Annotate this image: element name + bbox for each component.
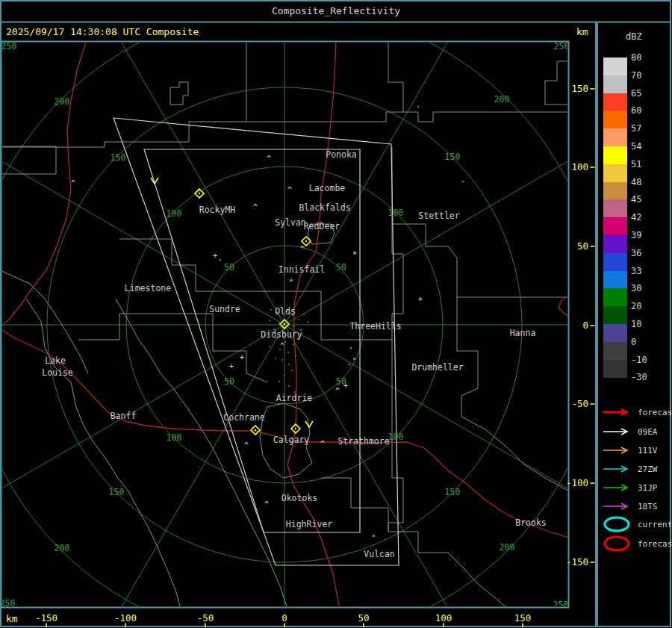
- scale-value-label: 70: [631, 70, 641, 81]
- city-label: Cochrane: [223, 412, 264, 423]
- county-boundary: [116, 299, 287, 609]
- ring-distance-label: 150: [109, 487, 125, 497]
- scale-title: dBZ: [626, 31, 642, 42]
- echo-dot: [373, 535, 375, 537]
- town-marker: +: [343, 382, 348, 390]
- legend-item-label: forecast: [638, 408, 672, 417]
- legend-arrow-icon: [602, 479, 632, 497]
- city-label: Stettler: [418, 211, 459, 221]
- scale-swatch: [603, 146, 627, 164]
- radar-site-dot: [305, 240, 307, 242]
- scale-swatch: [603, 306, 627, 324]
- ring-distance-label: 250: [553, 600, 569, 610]
- clutter-speckle: [308, 321, 309, 323]
- scale-swatch: [603, 271, 627, 289]
- city-label: RockyMH: [199, 205, 236, 215]
- scale-value-label: 0: [631, 337, 636, 347]
- radar-map-canvas[interactable]: 5050505010010010010015015015015020020020…: [0, 0, 672, 628]
- town-marker: ^: [253, 203, 258, 211]
- legend-arrow-icon: [602, 403, 632, 421]
- scale-swatch: [603, 217, 627, 235]
- right-axis-tick-label: -150: [566, 556, 588, 568]
- city-label: Hanna: [510, 328, 536, 338]
- city-label: Blackfalds: [299, 202, 350, 213]
- scale-swatch: [603, 360, 627, 378]
- county-boundary: [0, 146, 56, 174]
- clutter-speckle: [291, 370, 293, 371]
- scale-value-label: 10: [631, 319, 641, 329]
- range-ring: [0, 7, 602, 628]
- city-label: Lake: [45, 355, 66, 366]
- town-marker: ^: [289, 279, 293, 287]
- town-marker: ^: [267, 155, 271, 163]
- scale-swatch: [603, 235, 627, 253]
- window-title: Composite_Reflectivity: [0, 0, 672, 22]
- radar-site-dot: [284, 323, 285, 325]
- legend-arrow-icon: [602, 441, 632, 459]
- legend-item: 09EA: [602, 423, 658, 441]
- legend-item-label: forecast: [638, 539, 672, 549]
- bottom-axis-tick-label: 150: [514, 612, 532, 624]
- clutter-speckle: [288, 385, 290, 387]
- scale-swatch: [603, 182, 627, 200]
- storm-arrow: [151, 178, 158, 184]
- clutter-speckle: [270, 309, 272, 311]
- city-label: Sundre: [209, 304, 240, 314]
- scale-value-label: 30: [631, 283, 641, 293]
- scale-value-label: -30: [631, 372, 647, 382]
- city-label: Vulcan: [364, 549, 395, 559]
- clutter-speckle: [288, 364, 290, 365]
- scale-swatch: [603, 57, 627, 75]
- city-label: Olds: [275, 306, 296, 317]
- scale-swatch: [603, 342, 627, 360]
- city-label: Drumheller: [411, 362, 463, 373]
- right-axis-tick-label: -100: [566, 477, 588, 488]
- legend-item-label: 111V: [638, 446, 658, 456]
- legend-ellipse-icon: [602, 515, 632, 533]
- county-boundary: [26, 299, 181, 609]
- town-marker: .: [461, 175, 465, 184]
- county-boundary: [545, 61, 570, 105]
- bottom-axis-units: km: [6, 612, 18, 626]
- scale-value-label: 54: [631, 141, 641, 152]
- ring-distance-label: 100: [167, 432, 182, 443]
- scale-swatch: [603, 324, 627, 342]
- city-label: Didsbury: [261, 329, 302, 340]
- city-label: Okotoks: [281, 493, 317, 503]
- clutter-speckle: [269, 346, 270, 347]
- radial-line: [81, 325, 285, 628]
- town-marker: +: [229, 362, 234, 370]
- right-axis-units: km: [576, 23, 588, 41]
- scale-value-label: -10: [631, 355, 647, 365]
- scale-swatch: [603, 111, 627, 128]
- town-marker: +: [418, 295, 423, 303]
- radial-line: [0, 122, 284, 326]
- city-label: Brooks: [515, 517, 547, 528]
- city-label: HighRiver: [286, 519, 332, 529]
- clutter-speckle: [287, 352, 289, 353]
- city-label: Sylvan: [275, 217, 306, 228]
- ring-distance-label: 200: [494, 94, 510, 105]
- ring-distance-label: 200: [55, 543, 70, 553]
- range-ring: [0, 0, 672, 628]
- city-label: Lacombe: [309, 183, 346, 193]
- clutter-speckle: [275, 358, 276, 359]
- legend-item: current: [602, 515, 672, 533]
- radial-line: [284, 325, 637, 529]
- scale-value-label: 33: [631, 266, 641, 276]
- scale-value-label: 51: [631, 159, 641, 170]
- bottom-axis-tick-label: -50: [197, 612, 214, 624]
- echo-dot: [353, 358, 355, 360]
- scale-value-label: 60: [631, 105, 641, 116]
- bottom-axis-tick-label: -150: [35, 612, 57, 624]
- scale-value-label: 39: [631, 230, 641, 240]
- legend-ellipse-shape: [605, 517, 629, 531]
- ring-distance-label: 150: [445, 152, 461, 162]
- storm-arrow: [305, 421, 313, 427]
- ring-distance-label: 250: [1, 41, 17, 52]
- ring-distance-label: 50: [336, 262, 346, 273]
- scale-value-label: 20: [631, 301, 641, 311]
- scale-value-label: 57: [631, 123, 641, 134]
- legend-item-label: current: [638, 520, 672, 529]
- legend-item-label: 18TS: [638, 502, 658, 512]
